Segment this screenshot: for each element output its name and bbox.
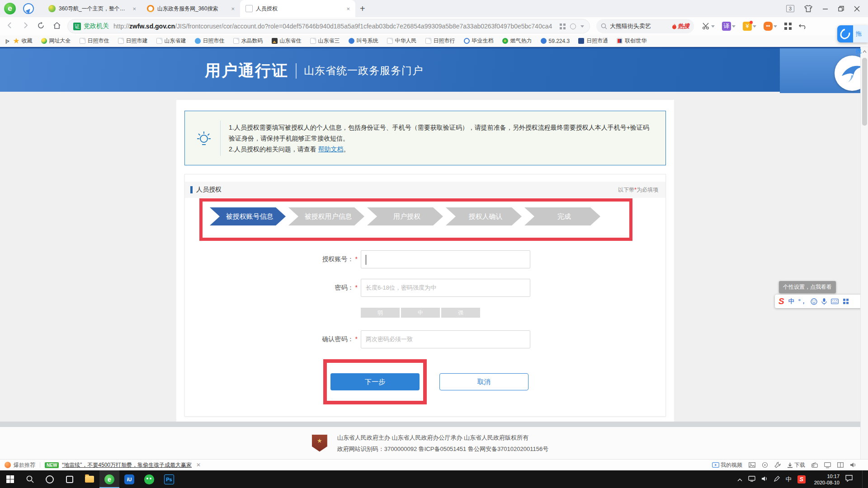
- hot-search-link[interactable]: 热搜: [672, 22, 689, 30]
- radio-tool-icon[interactable]: [811, 462, 818, 468]
- tab-close-icon[interactable]: ×: [132, 5, 136, 12]
- bookmark-item[interactable]: 山东省住: [272, 37, 302, 45]
- home-button[interactable]: [53, 22, 61, 31]
- cancel-button[interactable]: 取消: [439, 373, 528, 390]
- bookmark-item[interactable]: 中华人民: [387, 37, 417, 45]
- search-query[interactable]: 大熊猫街头卖艺: [610, 22, 672, 30]
- game-center-button[interactable]: ••: [764, 22, 777, 31]
- browser-360-taskbar-button[interactable]: e: [99, 470, 119, 488]
- confirm-password-input[interactable]: 两次密码必须一致: [361, 330, 530, 348]
- screenshot-scissors-button[interactable]: [702, 23, 715, 30]
- task-view-button[interactable]: [60, 470, 80, 488]
- target-tool-icon[interactable]: [762, 462, 768, 468]
- tray-sogou-icon[interactable]: S: [797, 475, 806, 483]
- sogou-logo-icon[interactable]: S: [778, 296, 784, 306]
- netdisk-drag-label: 拖拽: [853, 25, 868, 42]
- bookmark-item[interactable]: 联创世华: [617, 37, 646, 45]
- browser-360-logo-icon[interactable]: e: [4, 3, 16, 14]
- sound-tool-icon[interactable]: [850, 462, 856, 468]
- undo-closed-tab-button[interactable]: [799, 23, 807, 29]
- bookmark-item[interactable]: 收藏: [14, 37, 33, 45]
- password-input[interactable]: 长度6-18位，密码强度为中: [361, 279, 530, 297]
- tray-pen-icon[interactable]: [774, 475, 780, 483]
- forward-button[interactable]: [22, 22, 29, 31]
- monitor-tool-icon[interactable]: [824, 462, 831, 468]
- address-bar[interactable]: 证 党政机关 http://zwfw.sd.gov.cn/JIS/frontco…: [67, 19, 590, 33]
- bookmark-item[interactable]: 燃气热力: [502, 37, 532, 45]
- ime-emoji-icon[interactable]: [811, 298, 817, 305]
- bookmark-item[interactable]: 水晶数码: [233, 37, 263, 45]
- page-scrollbar[interactable]: [860, 47, 868, 470]
- promo-label[interactable]: 爆款推荐: [14, 461, 35, 469]
- search-box[interactable]: 大熊猫街头卖艺 热搜: [596, 19, 694, 33]
- browser-tab[interactable]: 山东政务服务网_360搜索 ×: [142, 0, 240, 17]
- ime-mic-icon[interactable]: [821, 298, 827, 305]
- bookmark-item[interactable]: 日照市通: [578, 37, 608, 45]
- bookmark-item[interactable]: 网址大全: [41, 37, 71, 45]
- ime-toolbar[interactable]: S 中 °，: [775, 295, 860, 308]
- taskbar-clock[interactable]: 10:17 2020-08-10: [814, 473, 840, 486]
- reader-mode-icon[interactable]: [570, 23, 576, 29]
- file-explorer-button[interactable]: [80, 470, 99, 488]
- next-step-button[interactable]: 下一步: [330, 373, 420, 390]
- close-window-button[interactable]: [854, 6, 860, 12]
- iu-app-button[interactable]: iU: [119, 470, 139, 488]
- new-tab-button[interactable]: +: [360, 4, 365, 14]
- help-doc-link[interactable]: 帮助文档: [318, 145, 344, 153]
- start-button[interactable]: [0, 470, 20, 488]
- refresh-button[interactable]: [37, 22, 45, 31]
- bookmark-item[interactable]: 59.224.3: [541, 38, 570, 44]
- my-video-button[interactable]: 我的视频: [712, 461, 742, 469]
- wechat-button[interactable]: [139, 470, 159, 488]
- url-text[interactable]: http://zwfw.sd.gov.cn/JIS/frontcoruser/c…: [113, 23, 560, 30]
- apps-grid-button[interactable]: [784, 23, 792, 30]
- ime-punctuation-toggle[interactable]: °，: [798, 297, 807, 305]
- bookmark-item[interactable]: 毕业生档: [464, 37, 494, 45]
- action-center-icon[interactable]: [845, 475, 853, 483]
- news-headline-link[interactable]: “地雷续”，不要4500万打胎费，靠偷生孩子成最大赢家: [62, 461, 192, 469]
- scroll-up-arrow[interactable]: [863, 50, 867, 54]
- taskbar-search-button[interactable]: [20, 470, 40, 488]
- browser-tab[interactable]: 360导航_一个主页，整个世界 ×: [43, 0, 142, 17]
- bookmark-item[interactable]: 日照市建: [118, 37, 148, 45]
- tray-expand-icon[interactable]: [737, 475, 742, 483]
- window-split-icon[interactable]: [837, 462, 844, 468]
- wallet-shield-button[interactable]: ¥: [743, 22, 756, 31]
- tab-count-badge[interactable]: 3: [786, 5, 794, 12]
- navigation-compass-icon[interactable]: [23, 3, 34, 14]
- bookmark-item[interactable]: 日照市住: [80, 37, 109, 45]
- scrollbar-thumb[interactable]: [862, 58, 867, 126]
- netdisk-drag-overlay[interactable]: 拖拽: [837, 25, 868, 42]
- theme-shirt-icon[interactable]: [804, 5, 812, 12]
- ime-lang-toggle[interactable]: 中: [788, 297, 794, 305]
- tray-language-indicator[interactable]: 中: [786, 475, 792, 483]
- ime-keyboard-icon[interactable]: [831, 299, 839, 304]
- tools-wrench-icon[interactable]: [774, 462, 781, 468]
- back-button[interactable]: [6, 22, 14, 31]
- bookmark-item[interactable]: 日照市住: [195, 37, 225, 45]
- news-close-icon[interactable]: ✕: [196, 462, 201, 468]
- download-button[interactable]: 下载: [787, 461, 805, 469]
- browser-tab[interactable]: 人员授权 ×: [240, 0, 355, 17]
- bookmark-item[interactable]: 山东省三: [310, 37, 340, 45]
- tray-volume-icon[interactable]: [761, 475, 768, 483]
- tab-close-icon[interactable]: ×: [346, 5, 350, 12]
- cortana-button[interactable]: [40, 470, 60, 488]
- tray-network-icon[interactable]: [748, 475, 755, 483]
- photoshop-button[interactable]: Ps: [159, 470, 179, 488]
- ime-tooltip[interactable]: 个性设置，点我看看: [779, 281, 836, 293]
- image-tool-icon[interactable]: [749, 462, 755, 468]
- account-input[interactable]: [361, 250, 530, 268]
- minimize-button[interactable]: [822, 6, 828, 12]
- bookmarks-expander-icon[interactable]: |>: [5, 38, 9, 44]
- bookmark-item[interactable]: 日照市行: [425, 37, 455, 45]
- translate-button[interactable]: 译: [722, 22, 736, 31]
- show-desktop-button[interactable]: [862, 470, 864, 488]
- tab-close-icon[interactable]: ×: [231, 5, 235, 12]
- ime-toolbox-icon[interactable]: [843, 298, 849, 305]
- bookmark-item[interactable]: 叫号系统: [349, 37, 378, 45]
- restore-button[interactable]: [838, 6, 844, 12]
- bookmark-item[interactable]: 山东省建: [156, 37, 186, 45]
- url-dropdown-icon[interactable]: [580, 25, 584, 29]
- qr-code-icon[interactable]: [560, 23, 566, 29]
